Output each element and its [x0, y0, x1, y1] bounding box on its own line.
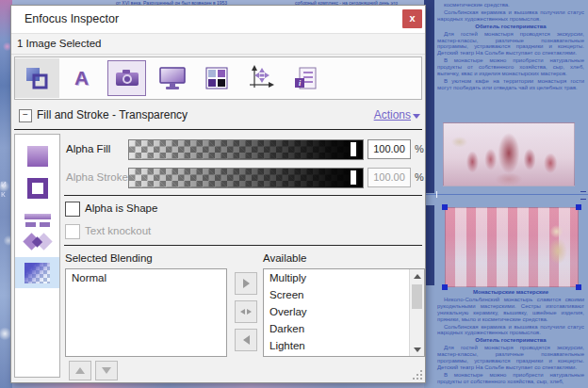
- list-item[interactable]: Screen: [264, 286, 424, 303]
- page-text-column-top: косметические средства. Сольбинская кера…: [437, 2, 584, 92]
- paragraph: Для гостей монастыря проводятся экскурси…: [437, 345, 584, 371]
- tab-screen[interactable]: [150, 58, 194, 98]
- alpha-fill-slider-handle[interactable]: [349, 140, 358, 158]
- axes-move-icon: [248, 65, 274, 91]
- rail-item-transparency-selected[interactable]: [15, 257, 59, 288]
- list-item[interactable]: Multiply: [264, 269, 424, 286]
- alpha-is-shape-checkbox[interactable]: [65, 202, 80, 217]
- paragraph: Для гостей монастыря проводятся экскурси…: [437, 31, 584, 57]
- selection-handle-tl[interactable]: [442, 204, 448, 210]
- fill-stroke-icon: [25, 67, 50, 90]
- alpha-fill-label: Alpha Fill: [66, 143, 110, 154]
- camera-icon: [113, 67, 141, 89]
- move-up-button[interactable]: [69, 361, 91, 380]
- available-label: Available: [263, 252, 306, 264]
- chevron-down-icon: [413, 114, 420, 119]
- photo-ceramics[interactable]: [443, 122, 575, 186]
- alpha-stroke-slider[interactable]: [128, 168, 364, 188]
- paragraph: В уютном кафе на территории монастыря го…: [437, 78, 584, 91]
- panel-header: − Fill and Stroke - Transparency Actions: [11, 104, 425, 128]
- rail-item-dash[interactable]: [15, 214, 59, 227]
- page-text-column-bottom: Монастырские мастерские Николо-Сольбинск…: [437, 289, 584, 386]
- scrollbar-thumb[interactable]: [412, 284, 422, 309]
- tab-separations[interactable]: [194, 58, 238, 98]
- section-heading: Обитель гостеприимства: [437, 337, 584, 344]
- chevron-up-icon: [414, 274, 421, 279]
- photo-workshop-selected[interactable]: [445, 207, 579, 287]
- selected-blending-label: Selected Blending: [65, 252, 153, 264]
- text-icon: A: [74, 67, 89, 89]
- list-item[interactable]: Overlay: [264, 303, 424, 320]
- panel-title: Fill and Stroke - Transparency: [37, 108, 188, 121]
- transparency-icon: [24, 263, 50, 283]
- alpha-stroke-slider-handle[interactable]: [349, 169, 358, 186]
- arrow-left-icon: [243, 335, 250, 345]
- alpha-fill-slider[interactable]: [128, 139, 364, 160]
- tab-text[interactable]: A: [59, 58, 104, 98]
- rail-item-overprint[interactable]: [15, 231, 59, 253]
- guide-line: [424, 194, 588, 195]
- section-heading: Монастырские мастерские: [437, 289, 584, 296]
- paragraph: В монастыре можно приобрести натуральные…: [437, 372, 584, 385]
- paragraph: Сольбинская керамика и вышивка получили …: [437, 9, 584, 23]
- selection-handle-tr[interactable]: [576, 204, 581, 210]
- actions-menu[interactable]: Actions: [374, 108, 420, 121]
- overprint-diamonds-icon: [22, 231, 54, 253]
- section-heading: Обитель гостеприимства: [437, 24, 584, 30]
- arrow-right-icon: [243, 279, 250, 288]
- statusbar: 1 Image Selected: [11, 34, 425, 55]
- alpha-is-shape-label: Alpha is Shape: [85, 202, 157, 214]
- scrollbar[interactable]: [409, 269, 424, 356]
- selection-status: 1 Image Selected: [17, 38, 102, 49]
- list-item[interactable]: Darken: [264, 320, 424, 337]
- window-title: Enfocus Inspector: [24, 12, 119, 25]
- selected-blending-list[interactable]: Normal: [65, 268, 227, 357]
- text-knockout-label: Text knockout: [85, 225, 151, 236]
- titlebar[interactable]: Enfocus Inspector x: [11, 6, 425, 34]
- swap-button[interactable]: [235, 300, 257, 323]
- stroke-icon: [27, 178, 48, 199]
- scroll-down-button[interactable]: [410, 343, 424, 356]
- monitor-icon: [158, 66, 187, 90]
- scroll-up-button[interactable]: [410, 269, 424, 283]
- close-button[interactable]: x: [402, 9, 422, 28]
- move-left-button[interactable]: [235, 329, 257, 351]
- dash-icon: [24, 214, 51, 227]
- tab-position[interactable]: [238, 58, 283, 98]
- alpha-fill-value[interactable]: 100.00: [368, 139, 411, 159]
- fill-icon: [27, 146, 48, 167]
- tab-image[interactable]: [107, 60, 146, 96]
- arrow-right-icon: [247, 309, 252, 315]
- arrow-left-icon: [240, 309, 245, 315]
- resize-grip[interactable]: [412, 369, 422, 380]
- rail-item-stroke[interactable]: [15, 178, 59, 199]
- tab-fill-stroke[interactable]: [15, 58, 59, 98]
- attribute-rail: [14, 134, 60, 378]
- text-knockout-checkbox: [65, 224, 80, 239]
- paragraph: Сольбинская керамика и вышивка получили …: [437, 324, 584, 337]
- arrow-up-icon: [75, 367, 85, 374]
- alpha-stroke-value: 100.00: [368, 168, 411, 187]
- paragraph: косметические средства.: [437, 2, 584, 8]
- alpha-stroke-label: Alpha Stroke: [66, 171, 128, 183]
- list-item[interactable]: Normal: [66, 269, 226, 286]
- rail-item-fill[interactable]: [15, 146, 59, 167]
- enfocus-inspector-dialog: Enfocus Inspector x 1 Image Selected A: [10, 5, 426, 383]
- document-right-page: косметические средства. Сольбинская кера…: [424, 0, 588, 388]
- divider: [64, 195, 422, 196]
- available-blending-list[interactable]: Multiply Screen Overlay Darken Lighten: [263, 268, 425, 357]
- color-grid-icon: [205, 67, 228, 89]
- collapse-button[interactable]: −: [19, 109, 32, 122]
- divider: [64, 245, 422, 246]
- header-divider: [14, 129, 422, 130]
- actions-label: Actions: [374, 108, 411, 121]
- tab-summary[interactable]: i: [283, 58, 327, 98]
- inspector-toolbar: A: [14, 57, 422, 100]
- guide-endmark: [580, 191, 586, 200]
- info-list-icon: i: [292, 66, 318, 90]
- paragraph: В монастыре можно приобрести натуральные…: [437, 57, 584, 77]
- list-item[interactable]: Lighten: [264, 337, 424, 354]
- move-down-button[interactable]: [95, 361, 118, 380]
- guide-tick: [436, 191, 437, 198]
- move-right-button[interactable]: [235, 272, 257, 295]
